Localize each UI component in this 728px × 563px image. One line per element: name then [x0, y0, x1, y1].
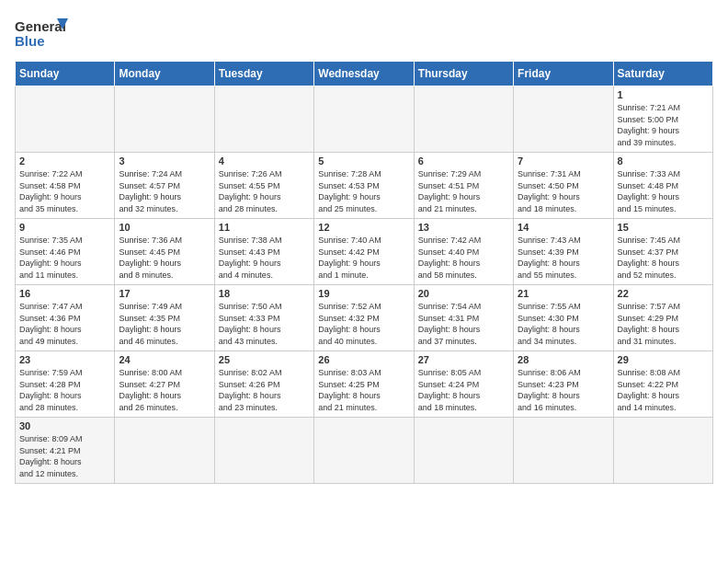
weekday-header-tuesday: Tuesday [214, 62, 313, 86]
day-number: 12 [318, 222, 409, 233]
calendar-cell: 13Sunrise: 7:42 AM Sunset: 4:40 PM Dayli… [414, 219, 513, 285]
weekday-header-thursday: Thursday [414, 62, 513, 86]
day-info: Sunrise: 8:02 AM Sunset: 4:26 PM Dayligh… [219, 367, 310, 413]
day-number: 28 [518, 354, 609, 365]
day-number: 3 [119, 155, 210, 167]
day-info: Sunrise: 7:59 AM Sunset: 4:28 PM Dayligh… [19, 367, 110, 413]
calendar-cell [514, 86, 613, 153]
day-info: Sunrise: 7:55 AM Sunset: 4:30 PM Dayligh… [518, 301, 609, 347]
day-number: 24 [119, 354, 210, 365]
day-info: Sunrise: 7:52 AM Sunset: 4:32 PM Dayligh… [318, 301, 409, 347]
day-info: Sunrise: 7:21 AM Sunset: 5:00 PM Dayligh… [618, 102, 709, 148]
calendar-cell: 9Sunrise: 7:35 AM Sunset: 4:46 PM Daylig… [16, 219, 115, 285]
day-info: Sunrise: 7:26 AM Sunset: 4:55 PM Dayligh… [219, 168, 310, 214]
day-info: Sunrise: 7:47 AM Sunset: 4:36 PM Dayligh… [19, 301, 110, 347]
calendar-cell [613, 418, 712, 484]
day-number: 14 [518, 222, 609, 233]
calendar-cell: 8Sunrise: 7:33 AM Sunset: 4:48 PM Daylig… [613, 153, 712, 219]
day-number: 2 [19, 155, 110, 167]
day-number: 7 [518, 155, 609, 167]
calendar-cell: 22Sunrise: 7:57 AM Sunset: 4:29 PM Dayli… [613, 285, 712, 351]
day-info: Sunrise: 7:45 AM Sunset: 4:37 PM Dayligh… [618, 235, 709, 281]
day-info: Sunrise: 7:24 AM Sunset: 4:57 PM Dayligh… [119, 168, 210, 214]
day-number: 27 [418, 354, 509, 365]
day-info: Sunrise: 7:43 AM Sunset: 4:39 PM Dayligh… [518, 235, 609, 281]
day-info: Sunrise: 7:22 AM Sunset: 4:58 PM Dayligh… [19, 168, 110, 214]
day-number: 15 [618, 222, 709, 233]
calendar-cell [314, 86, 414, 153]
weekday-header-row: SundayMondayTuesdayWednesdayThursdayFrid… [16, 62, 713, 86]
calendar-cell [514, 418, 613, 484]
day-number: 21 [518, 288, 609, 299]
calendar-cell: 23Sunrise: 7:59 AM Sunset: 4:28 PM Dayli… [16, 351, 115, 418]
day-info: Sunrise: 7:33 AM Sunset: 4:48 PM Dayligh… [618, 168, 709, 214]
calendar-cell [414, 418, 513, 484]
calendar-cell: 25Sunrise: 8:02 AM Sunset: 4:26 PM Dayli… [214, 351, 313, 418]
day-number: 18 [219, 288, 310, 299]
day-info: Sunrise: 7:40 AM Sunset: 4:42 PM Dayligh… [318, 235, 409, 281]
day-info: Sunrise: 7:35 AM Sunset: 4:46 PM Dayligh… [19, 235, 110, 281]
day-number: 30 [19, 420, 110, 431]
calendar-cell [214, 418, 313, 484]
day-info: Sunrise: 7:54 AM Sunset: 4:31 PM Dayligh… [418, 301, 509, 347]
calendar-cell: 19Sunrise: 7:52 AM Sunset: 4:32 PM Dayli… [314, 285, 414, 351]
day-number: 5 [318, 155, 409, 167]
week-row-5: 23Sunrise: 7:59 AM Sunset: 4:28 PM Dayli… [16, 351, 713, 418]
day-info: Sunrise: 8:08 AM Sunset: 4:22 PM Dayligh… [618, 367, 709, 413]
logo: General Blue [15, 15, 51, 52]
calendar-cell: 3Sunrise: 7:24 AM Sunset: 4:57 PM Daylig… [115, 153, 214, 219]
calendar-cell: 12Sunrise: 7:40 AM Sunset: 4:42 PM Dayli… [314, 219, 414, 285]
day-info: Sunrise: 8:05 AM Sunset: 4:24 PM Dayligh… [418, 367, 509, 413]
calendar-table: SundayMondayTuesdayWednesdayThursdayFrid… [15, 61, 713, 484]
day-info: Sunrise: 7:29 AM Sunset: 4:51 PM Dayligh… [418, 168, 509, 214]
calendar-cell: 27Sunrise: 8:05 AM Sunset: 4:24 PM Dayli… [414, 351, 513, 418]
day-number: 8 [618, 155, 709, 167]
day-number: 13 [418, 222, 509, 233]
calendar-cell: 17Sunrise: 7:49 AM Sunset: 4:35 PM Dayli… [115, 285, 214, 351]
header: General Blue [15, 15, 713, 52]
day-info: Sunrise: 7:36 AM Sunset: 4:45 PM Dayligh… [119, 235, 210, 281]
calendar-cell [414, 86, 513, 153]
day-info: Sunrise: 7:57 AM Sunset: 4:29 PM Dayligh… [618, 301, 709, 347]
calendar-cell: 14Sunrise: 7:43 AM Sunset: 4:39 PM Dayli… [514, 219, 613, 285]
svg-text:Blue: Blue [15, 33, 45, 49]
calendar-cell: 20Sunrise: 7:54 AM Sunset: 4:31 PM Dayli… [414, 285, 513, 351]
calendar-cell [314, 418, 414, 484]
day-info: Sunrise: 7:42 AM Sunset: 4:40 PM Dayligh… [418, 235, 509, 281]
calendar-cell [16, 86, 115, 153]
calendar-cell: 26Sunrise: 8:03 AM Sunset: 4:25 PM Dayli… [314, 351, 414, 418]
calendar-cell: 28Sunrise: 8:06 AM Sunset: 4:23 PM Dayli… [514, 351, 613, 418]
day-number: 4 [219, 155, 310, 167]
weekday-header-monday: Monday [115, 62, 214, 86]
week-row-3: 9Sunrise: 7:35 AM Sunset: 4:46 PM Daylig… [16, 219, 713, 285]
calendar-cell [214, 86, 313, 153]
day-info: Sunrise: 7:28 AM Sunset: 4:53 PM Dayligh… [318, 168, 409, 214]
calendar-cell [115, 86, 214, 153]
week-row-1: 1Sunrise: 7:21 AM Sunset: 5:00 PM Daylig… [16, 86, 713, 153]
weekday-header-sunday: Sunday [16, 62, 115, 86]
calendar-cell: 29Sunrise: 8:08 AM Sunset: 4:22 PM Dayli… [613, 351, 712, 418]
day-info: Sunrise: 8:06 AM Sunset: 4:23 PM Dayligh… [518, 367, 609, 413]
calendar-cell: 30Sunrise: 8:09 AM Sunset: 4:21 PM Dayli… [16, 418, 115, 484]
day-info: Sunrise: 8:00 AM Sunset: 4:27 PM Dayligh… [119, 367, 210, 413]
day-number: 22 [618, 288, 709, 299]
weekday-header-wednesday: Wednesday [314, 62, 414, 86]
day-number: 16 [19, 288, 110, 299]
calendar-cell: 6Sunrise: 7:29 AM Sunset: 4:51 PM Daylig… [414, 153, 513, 219]
calendar-cell: 18Sunrise: 7:50 AM Sunset: 4:33 PM Dayli… [214, 285, 313, 351]
calendar-cell: 7Sunrise: 7:31 AM Sunset: 4:50 PM Daylig… [514, 153, 613, 219]
day-number: 9 [19, 222, 110, 233]
week-row-2: 2Sunrise: 7:22 AM Sunset: 4:58 PM Daylig… [16, 153, 713, 219]
day-info: Sunrise: 7:38 AM Sunset: 4:43 PM Dayligh… [219, 235, 310, 281]
day-number: 20 [418, 288, 509, 299]
day-number: 25 [219, 354, 310, 365]
calendar-cell: 1Sunrise: 7:21 AM Sunset: 5:00 PM Daylig… [613, 86, 712, 153]
calendar-cell: 21Sunrise: 7:55 AM Sunset: 4:30 PM Dayli… [514, 285, 613, 351]
day-number: 19 [318, 288, 409, 299]
day-info: Sunrise: 7:31 AM Sunset: 4:50 PM Dayligh… [518, 168, 609, 214]
calendar-cell: 2Sunrise: 7:22 AM Sunset: 4:58 PM Daylig… [16, 153, 115, 219]
week-row-4: 16Sunrise: 7:47 AM Sunset: 4:36 PM Dayli… [16, 285, 713, 351]
calendar-cell: 15Sunrise: 7:45 AM Sunset: 4:37 PM Dayli… [613, 219, 712, 285]
weekday-header-saturday: Saturday [613, 62, 712, 86]
day-number: 10 [119, 222, 210, 233]
